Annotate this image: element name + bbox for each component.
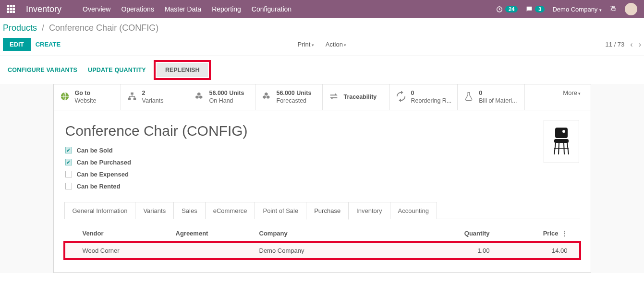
form-sheet: Go toWebsite 2Variants 56.000 UnitsOn Ha… (53, 84, 591, 273)
pager-prev[interactable]: ‹ (630, 40, 632, 49)
tab-inventory[interactable]: Inventory (348, 202, 390, 219)
check-rented-label: Can be Rented (77, 183, 121, 190)
stat-onhand-bot: On Hand (209, 97, 244, 105)
stat-trace-label: Traceability (344, 93, 377, 101)
update-quantity-button[interactable]: UPDATE QUANTITY (87, 64, 147, 76)
sheet-body: Conference Chair (CONFIG) ✓Can be Sold ✓… (54, 110, 591, 272)
pager-next[interactable]: › (639, 40, 641, 49)
tab-sales[interactable]: Sales (173, 202, 206, 219)
stat-reorder-bot: Reordering R... (411, 97, 452, 105)
refresh-icon (396, 91, 406, 103)
control-row: EDIT CREATE Print Action 11 / 73 ‹ › (0, 36, 644, 56)
th-quantity[interactable]: Quantity (442, 230, 490, 237)
product-image[interactable] (544, 120, 579, 163)
print-dropdown[interactable]: Print (298, 41, 314, 48)
center-actions: Print Action (298, 41, 347, 48)
tab-variants[interactable]: Variants (135, 202, 174, 219)
stat-variants-top: 2 (142, 89, 164, 97)
stat-traceability[interactable]: Traceability (323, 84, 390, 110)
svg-rect-5 (555, 128, 568, 138)
stat-variants[interactable]: 2Variants (121, 84, 188, 110)
table-row[interactable]: Wood Corner Demo Company 1.00 14.00 (65, 243, 579, 258)
nav-overview[interactable]: Overview (83, 5, 110, 13)
edit-button[interactable]: EDIT (3, 38, 31, 51)
chat-icon (525, 5, 533, 13)
nav-reporting[interactable]: Reporting (212, 5, 241, 13)
globe-icon (60, 91, 70, 103)
cubes-icon (261, 91, 272, 103)
replenish-highlight: REPLENISH (154, 60, 211, 80)
nav-operations[interactable]: Operations (121, 5, 154, 13)
th-agreement[interactable]: Agreement (176, 230, 259, 237)
tab-accounting[interactable]: Accounting (390, 202, 437, 219)
svg-rect-2 (131, 93, 134, 95)
product-checks: ✓Can be Sold ✓Can be Purchased Can be Ex… (65, 147, 579, 190)
th-company[interactable]: Company (259, 230, 442, 237)
svg-rect-7 (554, 139, 569, 143)
action-button-row: CONFIGURE VARIANTS UPDATE QUANTITY REPLE… (0, 56, 644, 84)
user-avatar[interactable] (625, 3, 637, 15)
stat-bom[interactable]: 0Bill of Materi... (458, 84, 525, 110)
breadcrumb-root[interactable]: Products (3, 23, 37, 33)
check-rented[interactable]: Can be Rented (65, 183, 579, 190)
pager: 11 / 73 ‹ › (606, 40, 641, 49)
stat-forecast-bot: Forecasted (277, 97, 312, 105)
tab-ecommerce[interactable]: eCommerce (205, 202, 255, 219)
replenish-button[interactable]: REPLENISH (157, 63, 208, 77)
cell-agreement (176, 247, 259, 254)
company-switcher[interactable]: Demo Company ▾ (552, 6, 602, 13)
configure-variants-button[interactable]: CONFIGURE VARIANTS (7, 64, 78, 76)
timer-button[interactable]: 24 (496, 5, 518, 13)
stat-website[interactable]: Go toWebsite (54, 84, 121, 110)
stat-website-top: Go to (75, 89, 97, 97)
clock-icon (496, 5, 503, 13)
checkbox-icon (65, 183, 72, 189)
sitemap-icon (127, 91, 137, 103)
exchange-icon (328, 91, 339, 103)
breadcrumb-sep: / (42, 23, 44, 33)
tab-pos[interactable]: Point of Sale (255, 202, 306, 219)
nav-links: Overview Operations Master Data Reportin… (83, 5, 292, 13)
top-navbar: Inventory Overview Operations Master Dat… (0, 0, 644, 18)
stat-row: Go toWebsite 2Variants 56.000 UnitsOn Ha… (54, 84, 591, 110)
check-sold[interactable]: ✓Can be Sold (65, 147, 579, 154)
nav-configuration[interactable]: Configuration (252, 5, 292, 13)
app-brand[interactable]: Inventory (26, 4, 61, 14)
debug-icon[interactable] (609, 5, 617, 13)
nav-right: 24 3 Demo Company ▾ (496, 3, 637, 15)
table-header: Vendor Agreement Company Quantity Price⋮ (65, 226, 579, 241)
check-purchased[interactable]: ✓Can be Purchased (65, 159, 579, 166)
stat-variants-bot: Variants (142, 97, 164, 105)
company-name: Demo Company (552, 6, 597, 13)
nav-master-data[interactable]: Master Data (165, 5, 201, 13)
discuss-button[interactable]: 3 (525, 5, 545, 13)
action-dropdown[interactable]: Action (326, 41, 347, 48)
chat-badge: 3 (535, 6, 545, 12)
chair-icon (549, 125, 573, 158)
tab-general[interactable]: General Information (64, 202, 136, 219)
tab-purchase[interactable]: Purchase (306, 202, 349, 220)
stat-reordering[interactable]: 0Reordering R... (390, 84, 458, 110)
stat-bom-top: 0 (479, 89, 517, 97)
create-button[interactable]: CREATE (36, 41, 61, 48)
stat-website-bot: Website (75, 97, 97, 105)
th-vendor[interactable]: Vendor (83, 230, 176, 237)
svg-rect-4 (133, 98, 136, 100)
apps-icon[interactable] (7, 5, 15, 13)
stat-onhand[interactable]: 56.000 UnitsOn Hand (188, 84, 255, 110)
check-expensed[interactable]: Can be Expensed (65, 171, 579, 178)
kebab-icon[interactable]: ⋮ (559, 230, 568, 237)
stat-more[interactable]: More (553, 84, 590, 110)
product-title: Conference Chair (CONFIG) (65, 123, 579, 139)
stat-onhand-top: 56.000 Units (209, 89, 244, 97)
cell-vendor: Wood Corner (83, 247, 176, 254)
check-purchased-label: Can be Purchased (77, 159, 131, 166)
th-price[interactable]: Price⋮ (490, 230, 579, 237)
stat-forecast[interactable]: 56.000 UnitsForecasted (255, 84, 323, 110)
checkbox-icon: ✓ (65, 159, 72, 165)
check-sold-label: Can be Sold (77, 147, 113, 154)
cell-price: 14.00 (490, 247, 579, 254)
checkbox-icon: ✓ (65, 147, 72, 153)
vendor-table: Vendor Agreement Company Quantity Price⋮… (65, 226, 579, 260)
flask-icon (463, 91, 474, 103)
